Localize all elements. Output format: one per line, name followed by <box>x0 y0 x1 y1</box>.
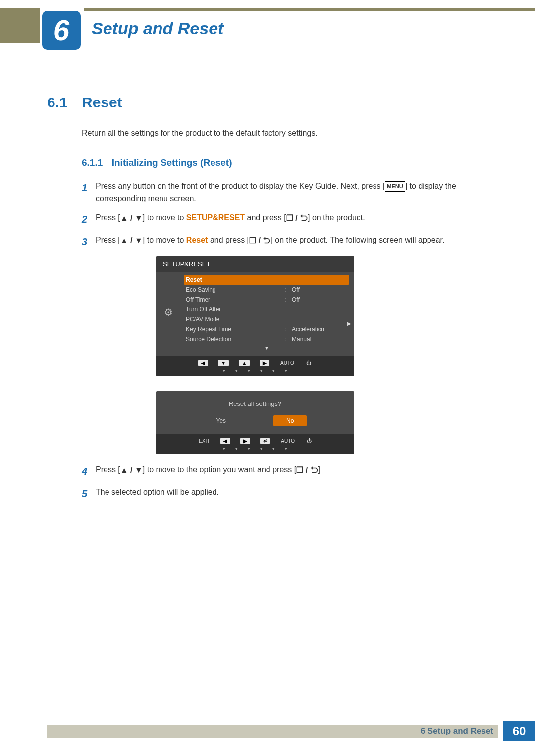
osd-reset-dialog: Reset all settings? Yes No EXIT ◀ ▶ ⏎ AU… <box>156 391 354 454</box>
subsection-heading: 6.1.1 Initializing Settings (Reset) <box>82 157 488 168</box>
menu-key-icon: MENU <box>385 181 405 192</box>
nav-auto-label[interactable]: AUTO <box>279 360 295 366</box>
step-text: Press [▲ / ▼] to move to SETUP&RESET and… <box>96 212 365 227</box>
step-4: 4 Press [▲ / ▼] to move to the option yo… <box>82 464 488 479</box>
osd-row-turn-off-after[interactable]: Turn Off After <box>184 304 349 314</box>
chevron-right-icon: ▶ <box>347 321 351 326</box>
osd-menu-setup-reset: SETUP&RESET ⚙ Reset Eco Saving:Off Off T… <box>156 256 354 376</box>
steps-list: 1 Press any button on the front of the p… <box>82 180 488 502</box>
osd-row-reset[interactable]: Reset <box>184 275 349 285</box>
dialog-question: Reset all settings? <box>156 400 354 407</box>
section-number: 6.1 <box>47 94 82 111</box>
header-accent-left <box>0 8 40 43</box>
nav-left-icon[interactable]: ◀ <box>220 438 230 444</box>
step-5: 5 The selected option will be applied. <box>82 486 488 502</box>
step-number: 5 <box>82 486 96 502</box>
osd-title: SETUP&RESET <box>156 256 354 272</box>
nav-down-icon[interactable]: ▼ <box>218 360 229 366</box>
page-content: 6.1 Reset Return all the settings for th… <box>47 94 488 508</box>
step-number: 1 <box>82 180 96 205</box>
up-down-icon: ▲ / ▼ <box>120 212 143 225</box>
scroll-down-icon: ▼ <box>184 344 349 351</box>
dialog-no-button[interactable]: No <box>273 415 307 426</box>
nav-auto-label[interactable]: AUTO <box>280 438 296 444</box>
step-1: 1 Press any button on the front of the p… <box>82 180 488 205</box>
step-text: Press [▲ / ▼] to move to the option you … <box>96 464 322 479</box>
dialog-yes-button[interactable]: Yes <box>204 415 239 426</box>
osd-row-pcav-mode[interactable]: PC/AV Mode <box>184 314 349 324</box>
page-footer: 6 Setup and Reset 60 <box>47 721 535 741</box>
osd-row-eco-saving[interactable]: Eco Saving:Off <box>184 285 349 295</box>
step-3: 3 Press [▲ / ▼] to move to Reset and pre… <box>82 234 488 250</box>
osd-nav-indicators: ▾▾▾▾▾▾ <box>156 446 354 454</box>
footer-page-number: 60 <box>503 721 535 741</box>
enter-source-icon: ❐ / ⮌ <box>296 464 318 477</box>
highlight-reset: Reset <box>186 236 208 244</box>
enter-source-icon: ❐ / ⮌ <box>286 212 308 225</box>
step-text: The selected option will be applied. <box>96 486 219 502</box>
up-down-icon: ▲ / ▼ <box>120 464 143 477</box>
step-text: Press any button on the front of the pro… <box>96 180 488 205</box>
header-accent-line <box>84 8 535 11</box>
step-number: 4 <box>82 464 96 479</box>
nav-up-icon[interactable]: ▲ <box>239 360 250 366</box>
highlight-setup-reset: SETUP&RESET <box>186 213 245 222</box>
up-down-icon: ▲ / ▼ <box>120 235 143 247</box>
osd-dialog-nav-bar: EXIT ◀ ▶ ⏎ AUTO ⏻ <box>156 434 354 446</box>
gear-icon: ⚙ <box>156 273 181 353</box>
subsection-title: Initializing Settings (Reset) <box>112 157 232 168</box>
step-number: 2 <box>82 212 96 227</box>
section-heading: 6.1 Reset <box>47 94 488 111</box>
footer-chapter-label: 6 Setup and Reset <box>421 726 493 736</box>
osd-row-off-timer[interactable]: Off Timer:Off <box>184 295 349 304</box>
nav-forward-icon[interactable]: ▶ <box>260 360 269 366</box>
chapter-title: Setup and Reset <box>92 19 223 38</box>
power-icon[interactable]: ⏻ <box>306 438 313 444</box>
section-intro: Return all the settings for the product … <box>82 129 488 138</box>
section-title: Reset <box>82 94 122 111</box>
step-2: 2 Press [▲ / ▼] to move to SETUP&RESET a… <box>82 212 488 227</box>
osd-nav-bar: ◀ ▼ ▲ ▶ AUTO ⏻ <box>156 356 354 368</box>
nav-exit-label[interactable]: EXIT <box>198 438 211 444</box>
chapter-number-badge: 6 <box>42 11 81 50</box>
osd-menu-list: Reset Eco Saving:Off Off Timer:Off Turn … <box>181 273 354 353</box>
osd-row-source-detection[interactable]: Source Detection:Manual <box>184 334 349 344</box>
osd-nav-indicators: ▾▾▾▾▾▾ <box>156 368 354 376</box>
subsection-number: 6.1.1 <box>82 157 103 168</box>
nav-right-icon[interactable]: ▶ <box>240 438 250 444</box>
osd-screenshots: SETUP&RESET ⚙ Reset Eco Saving:Off Off T… <box>156 256 488 454</box>
nav-enter-icon[interactable]: ⏎ <box>260 438 270 444</box>
power-icon[interactable]: ⏻ <box>305 360 312 366</box>
chapter-header: 6 Setup and Reset <box>0 5 535 45</box>
osd-row-key-repeat[interactable]: Key Repeat Time:Acceleration <box>184 324 349 334</box>
step-text: Press [▲ / ▼] to move to Reset and press… <box>96 234 444 250</box>
enter-source-icon: ❐ / ⮌ <box>249 235 270 247</box>
nav-back-icon[interactable]: ◀ <box>198 360 208 366</box>
step-number: 3 <box>82 234 96 250</box>
